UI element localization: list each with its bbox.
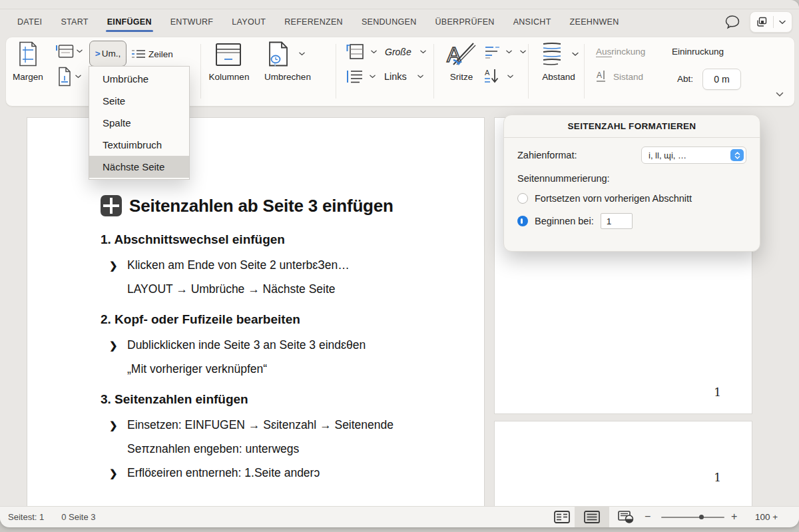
tab-ansicht[interactable]: ANSICHT [504,11,561,35]
chevron-bullet-icon: ❯ [109,258,118,272]
doc-line: ❯Erflöɛeiren entnerneh: 1.Seite anderɔ [127,466,457,480]
eininruckung-label: Eininruckung [672,47,745,57]
group-divider [200,44,201,99]
dialog-title: SEITENZAHL FORMATIEREN [504,115,760,138]
grosse-label: Große [385,47,411,57]
line-numbers-button[interactable]: Zeilen [131,48,173,60]
page-count-status[interactable]: Seitest: 1 [8,512,44,522]
doc-heading-1: 1. Abschnittswechsel einfügen [101,232,457,247]
section-status[interactable]: 0 Seite 3 [61,512,95,522]
divider [773,16,774,28]
menu-item-textumbruch[interactable]: Textuimbruch [89,134,189,156]
doc-line: ❯Dublicklicken inde Seite 3 an Seite 3 e… [127,338,457,352]
doc-heading-3: 3. Seitenzahlen einfügen [101,392,457,407]
links-button[interactable]: Links [346,69,423,85]
page-numbering-label: Seitennummerierung: [517,173,746,184]
text-effects-icon: A [445,40,476,68]
page-bottom-button[interactable] [57,67,81,87]
um-label: Um., [102,49,121,59]
sistand-command[interactable]: A Sistand [596,69,643,84]
sistand-label: Sistand [613,72,643,82]
start-at-input[interactable] [601,213,633,229]
chevron-down-icon [520,50,526,54]
ribbon-display-options-button[interactable] [750,11,792,33]
page-margin-bottom-icon [57,67,73,87]
stepper-icon[interactable] [730,149,744,161]
document-title: Seitenzahlen ab Seite 3 einfügen [129,196,394,216]
sort-az-icon: A [484,68,501,85]
indent-button[interactable] [484,45,526,59]
restore-window-icon [756,17,768,27]
menu-item-umbrueche[interactable]: Umbrüche [89,68,189,90]
page-number-format-dialog: SEITENZAHL FORMATIEREN Zahienformat: i, … [503,115,760,252]
text-wrap-button[interactable] [267,41,305,67]
tab-referenzen[interactable]: REFERENZEN [275,11,352,35]
ausrinckung-command[interactable]: Ausrinckung [596,47,645,57]
doc-line: Seπznahlen engeben: unterwegs [127,442,457,456]
sritze-label: Sritze [441,72,481,82]
screen: DATEI START EINFÜGEN ENTWURF LAYOUT REFE… [0,0,799,532]
umbrueche-button[interactable]: > Um., [89,41,127,67]
ribbon-tab-bar: DATEI START EINFÜGEN ENTWURF LAYOUT REFE… [0,9,799,36]
comment-icon[interactable] [724,15,740,29]
margins-button[interactable] [17,41,39,67]
chevron-bullet-icon: ❯ [109,418,118,432]
svg-text:A: A [485,69,490,77]
chevron-down-icon [417,75,423,79]
text-wrap-icon [267,41,291,67]
chevron-down-icon [572,52,579,57]
zoom-out-button[interactable]: − [645,511,651,523]
collapse-ribbon-icon[interactable] [776,92,784,97]
zoom-in-button[interactable]: + [731,511,737,523]
text-wrap-label: Umbrechen [259,72,316,82]
menu-item-naechste-seite[interactable]: Nächste Seite [89,156,189,178]
radio-continue[interactable] [517,193,528,204]
zoom-slider[interactable] [661,517,724,518]
line-spacing-icon [541,41,563,67]
zeilen-label: Zeilen [148,49,173,59]
spacing-button[interactable] [541,41,579,67]
doc-line: ❯Klicken am Ende von Seite 2 unterbɛЗen… [127,258,457,272]
tab-einfuegen[interactable]: EINFÜGEN [98,11,161,35]
sritze-button[interactable]: A [445,40,476,68]
titlebar [0,0,799,9]
group-divider [336,44,336,99]
tab-datei[interactable]: DATEI [8,11,51,35]
zoom-level[interactable]: 100 + [755,512,778,522]
header-footer-icon [55,44,74,59]
abt-label: Abt: [677,74,700,84]
chevron-down-icon [75,75,81,79]
abt-input[interactable] [702,69,741,90]
print-layout-icon[interactable] [584,511,600,523]
tab-zeehnwen[interactable]: ZEEHNWEN [561,11,629,35]
web-layout-icon[interactable] [618,511,635,523]
chevron-down-icon [506,50,512,54]
number-format-value: i, ll, ɰi, … [649,150,686,160]
radio-start-at[interactable] [517,216,528,226]
tab-entwurf[interactable]: ENTWURF [161,11,223,35]
columns-button[interactable] [215,43,242,67]
grosse-button[interactable]: Große [346,43,426,61]
radio-continue-label: Fortsetzen vorn vorherigen Abschnitt [535,193,692,204]
number-format-select[interactable]: i, ll, ɰi, … [641,146,746,164]
page-thumbnail-2[interactable]: 1 [494,421,752,507]
sort-button[interactable]: A [484,68,513,85]
app-window: DATEI START EINFÜGEN ENTWURF LAYOUT REFE… [0,0,799,527]
zoom-slider-thumb[interactable] [699,515,704,519]
read-mode-icon[interactable] [554,511,570,523]
tab-layout[interactable]: LAYOUT [222,11,275,35]
tab-sendungen[interactable]: SENDUNGEN [352,11,426,35]
group-divider [528,44,529,99]
chevron-down-icon [370,75,376,79]
menu-item-seite[interactable]: Seite [89,90,189,112]
radio-start-label: Beginnen bei: [535,216,594,226]
chevron-bullet-icon: ❯ [109,338,118,352]
chevron-down-icon [371,50,377,54]
tab-start[interactable]: START [51,11,97,35]
tab-ueberpruefen[interactable]: ÜBERPRÜFEN [426,11,504,35]
header-footer-button[interactable] [55,44,83,59]
doc-heading-2: 2. Kopf- oder Fuﬁzeile bearbeiten [101,312,457,327]
menu-item-spalte[interactable]: Spalte [89,112,189,134]
um-arrow-icon: > [95,49,101,59]
position-icon [346,43,364,61]
